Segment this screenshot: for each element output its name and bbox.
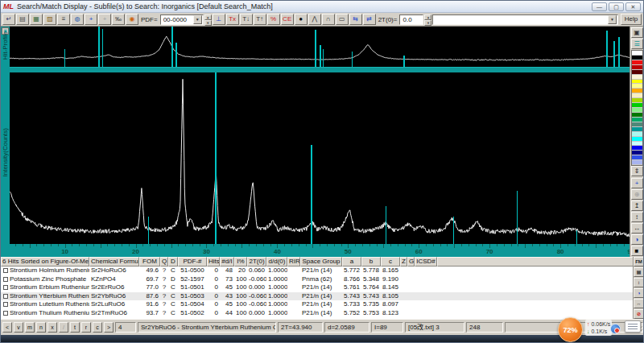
spinner-up-icon[interactable]: ▲ <box>204 14 212 20</box>
column-header[interactable]: d/d(0) <box>266 257 287 267</box>
status-button-n[interactable]: n <box>36 322 46 333</box>
column-header[interactable]: a <box>342 257 361 267</box>
column-header[interactable]: #d/I <box>220 257 234 267</box>
pdf-combobox[interactable]: 00-0000 ▼ <box>160 14 204 25</box>
column-header[interactable]: Space Group <box>300 257 342 267</box>
profile-fit-button[interactable]: ∩ <box>322 14 335 25</box>
shift-up-button[interactable]: ↥ <box>631 200 643 211</box>
status-button-r[interactable]: r <box>81 322 91 333</box>
export-button[interactable]: ▨ <box>43 14 56 25</box>
column-header[interactable]: 6 Hits Sorted on Figure-Of-Merit <box>1 257 89 267</box>
two-theta-zero-spinner[interactable]: ▲ ▼ <box>424 14 431 25</box>
chart-mode-button[interactable]: ▤ <box>634 267 644 277</box>
column-header[interactable]: Q <box>160 257 168 267</box>
column-header[interactable]: PDF-# <box>178 257 207 267</box>
colored-globe-button[interactable]: ◉ <box>126 14 138 25</box>
row-checkbox[interactable] <box>3 285 8 290</box>
diffraction-pattern-chart[interactable] <box>10 72 631 244</box>
status-button-prev[interactable]: < <box>2 322 12 333</box>
column-header[interactable]: G <box>407 257 415 267</box>
table-row[interactable]: Strontium Thulium Ruthenium...Sr2TmRuO69… <box>1 309 634 318</box>
lock-tool-button[interactable]: ⊕ <box>631 189 643 200</box>
pdf-spinner[interactable]: ▲ ▼ <box>204 14 212 25</box>
table-v-scale-button[interactable]: ↕ <box>634 278 644 287</box>
column-header[interactable]: Z <box>400 257 407 267</box>
column-header[interactable]: ICSD# <box>415 257 437 267</box>
stick-pattern-button[interactable]: ☰ <box>631 39 643 49</box>
contrast-half-button[interactable]: ◑ <box>631 234 643 245</box>
column-header[interactable]: FOM <box>139 257 160 267</box>
sm-percent-button[interactable]: ‰ <box>112 14 125 25</box>
column-header[interactable]: D <box>168 257 178 267</box>
pan-tool-button[interactable]: + <box>631 178 643 188</box>
h-scale-button[interactable]: ↔ <box>631 223 643 233</box>
exit-button[interactable]: ↵ <box>2 14 15 25</box>
column-header[interactable]: I% <box>234 257 247 267</box>
t-up-button[interactable]: T↑ <box>254 14 266 25</box>
close-button[interactable]: ✕ <box>625 2 641 11</box>
status-button-v[interactable]: v <box>14 322 23 333</box>
status-button-next[interactable]: > <box>104 322 114 333</box>
crosshair-button[interactable]: + <box>98 14 111 25</box>
phase-preview-combobox[interactable]: ▼ <box>432 14 618 25</box>
contrast-button[interactable]: ● <box>295 14 308 25</box>
spinner-down-icon[interactable]: ▼ <box>204 20 212 26</box>
fm-button[interactable]: FM <box>634 257 644 267</box>
table-row[interactable]: Strontium Erbium Ruthenium ...Sr2ErRuO67… <box>1 283 634 292</box>
expand-button[interactable]: ⇄ <box>363 14 376 25</box>
table-row[interactable]: Strontium Lutetium Rutheniu...Sr2LuRuO69… <box>1 300 634 309</box>
percent-button[interactable]: % <box>267 14 280 25</box>
row-checkbox[interactable] <box>3 311 8 316</box>
print-button[interactable]: ▤ <box>16 14 29 25</box>
chevron-down-icon[interactable]: ▼ <box>608 15 617 24</box>
status-button-m[interactable]: m <box>25 322 35 333</box>
palette-scroll-button[interactable]: ⇕ <box>631 166 643 176</box>
profile-button[interactable]: ⋀ <box>308 14 321 25</box>
v-scale-button[interactable]: ↕ <box>631 212 643 222</box>
column-header[interactable]: b <box>361 257 381 267</box>
maximize-button[interactable]: ▢ <box>609 2 624 11</box>
memory-usage-ball[interactable]: 72% <box>558 317 583 342</box>
table-h-scale-button[interactable]: ↔ <box>634 299 644 308</box>
row-checkbox[interactable] <box>3 268 8 273</box>
table-row[interactable]: Strontium Ytterbium Rutheniu...Sr2YbRuO6… <box>1 292 634 301</box>
zoom-box-button[interactable]: ▭ <box>336 14 349 25</box>
ce-button[interactable]: CE <box>281 14 294 25</box>
status-button-slash[interactable]: / <box>59 322 68 333</box>
floating-widget-icon[interactable] <box>610 324 621 334</box>
row-checkbox[interactable] <box>3 277 8 282</box>
t-down-button[interactable]: T↓ <box>240 14 253 25</box>
hit-profile-chart[interactable] <box>10 27 631 67</box>
column-header[interactable]: 2T(0) <box>247 257 266 267</box>
compress-button[interactable]: ⇆ <box>349 14 362 25</box>
stop-button[interactable]: ■ <box>631 246 643 256</box>
palette-color-23[interactable] <box>632 160 642 165</box>
tx-button[interactable]: Tx <box>226 14 239 25</box>
minimize-button[interactable]: — <box>592 2 607 11</box>
table-row[interactable]: Potassium Zinc PhosphateKZnPO469.7?D52-1… <box>1 275 634 284</box>
web-button[interactable]: ◍ <box>71 14 84 25</box>
table-contrast-button[interactable]: ◑ <box>634 288 644 298</box>
help-button[interactable]: Help <box>621 14 642 25</box>
two-theta-zero-input[interactable]: 0.0 <box>399 14 423 25</box>
column-header[interactable]: Chemical Formula <box>89 257 139 267</box>
list-button[interactable] <box>625 320 641 333</box>
stick-overlay-button[interactable]: ⊥ <box>213 14 225 25</box>
column-header[interactable]: Hits <box>207 257 220 267</box>
spinner-down-icon[interactable]: ▼ <box>424 20 431 26</box>
status-button-t[interactable]: t <box>70 322 80 333</box>
column-header[interactable]: c <box>381 257 400 267</box>
status-button-c[interactable]: c <box>93 322 102 333</box>
pan-button[interactable]: + <box>85 14 97 25</box>
cascade-button[interactable]: ▣ <box>631 27 643 38</box>
status-button-x[interactable]: x <box>47 322 57 333</box>
table-row[interactable]: Strontium Holmium Rutheniu...Sr2HoRuO649… <box>1 267 634 275</box>
save-display-button[interactable]: ▦ <box>30 14 43 25</box>
column-header[interactable]: RIR <box>287 257 300 267</box>
chevron-down-icon[interactable]: ▼ <box>193 15 202 24</box>
chart-divider[interactable] <box>10 67 631 72</box>
row-checkbox[interactable] <box>3 294 8 299</box>
report-button[interactable]: ≡ <box>57 14 70 25</box>
spinner-up-icon[interactable]: ▲ <box>424 14 431 20</box>
row-checkbox[interactable] <box>3 302 8 307</box>
